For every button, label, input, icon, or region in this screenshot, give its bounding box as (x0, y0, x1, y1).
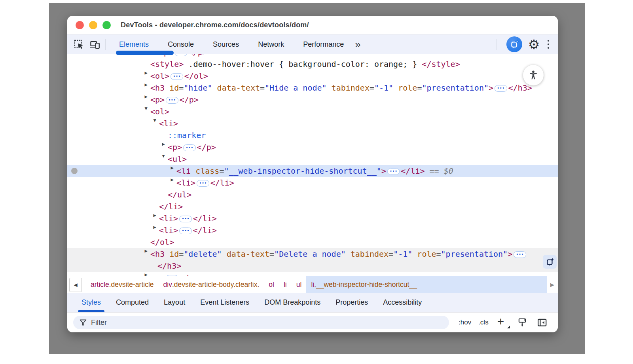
sidebar-tab-accessibility[interactable]: Accessibility (375, 293, 429, 312)
dom-token-attr: tabindex (327, 83, 370, 93)
dom-tree-row[interactable]: </ol> (67, 236, 558, 248)
sidebar-tab-layout[interactable]: Layout (156, 293, 193, 312)
dom-tree-row[interactable]: ▶<li>•••</li> (67, 177, 558, 189)
dom-token-attr: role (412, 249, 436, 259)
close-window-button[interactable] (76, 21, 84, 29)
inspect-element-icon[interactable] (74, 39, 84, 50)
more-panels-icon[interactable]: » (355, 39, 360, 49)
zoom-window-button[interactable] (102, 21, 111, 29)
dom-token-eq: = (370, 83, 374, 93)
ellipsis-expand-button[interactable]: ••• (387, 168, 400, 175)
breadcrumb-item-selected[interactable]: li.__web-inspector-hide-shortcut__ (306, 276, 547, 293)
dom-tree-row[interactable]: ▶<h3 id="delete" data-text="Delete a nod… (67, 248, 558, 272)
dom-tree-row[interactable]: ▼<ol> (67, 106, 558, 118)
dom-tree-row[interactable]: ▶<p>•••</p> (67, 141, 558, 153)
dom-token-tag: <li> (159, 226, 178, 235)
dom-token-tag: </h3> (157, 261, 181, 271)
toggle-device-toolbar-icon[interactable] (89, 39, 100, 50)
dom-tree-row[interactable]: ▶<p>•••</p> (67, 94, 558, 106)
dom-tree-row[interactable]: ▶<h3 id="hide" data-text="Hide a node" t… (67, 82, 558, 94)
dom-tree-row[interactable]: <style> .demo--hover:hover { background-… (67, 58, 558, 70)
dom-token-tag: <ol> (150, 107, 169, 116)
breadcrumb-item[interactable]: li (279, 276, 292, 293)
minimize-window-button[interactable] (89, 21, 97, 29)
dom-token-tag: <p> (150, 95, 165, 104)
breadcrumb-item[interactable]: div.devsite-article-body.clearfix. (159, 276, 264, 293)
dom-tree-row[interactable]: ▶<li>•••</li> (67, 212, 558, 224)
ellipsis-expand-button[interactable]: ••• (174, 54, 187, 56)
dom-token-attr: id (165, 83, 179, 93)
ellipsis-expand-button[interactable]: ••• (179, 228, 191, 234)
ai-assistance-floating-button[interactable] (543, 255, 557, 269)
dom-token-tag: </li> (210, 178, 234, 188)
rendering-emulations-icon[interactable] (517, 317, 527, 328)
dom-token-tag: <ul> (168, 154, 187, 164)
dom-token-val: "presentation" (441, 249, 508, 259)
breadcrumb-tag: li (311, 281, 314, 289)
dom-tree-row[interactable]: </li> (67, 201, 558, 212)
dom-token-tag: </h3> (508, 83, 532, 93)
sidebar-tab-properties[interactable]: Properties (328, 293, 375, 312)
ellipsis-expand-button[interactable]: ••• (495, 85, 507, 92)
breadcrumb-item[interactable]: ul (292, 276, 307, 293)
dom-tree-row[interactable]: ::marker (67, 129, 558, 141)
accessibility-overlay-button[interactable] (523, 65, 544, 85)
sidebar-tab-event-listeners[interactable]: Event Listeners (193, 293, 257, 312)
sidebar-tab-computed[interactable]: Computed (108, 293, 156, 312)
ellipsis-expand-button[interactable]: ••• (197, 180, 209, 187)
title-bar: DevTools - developer.chrome.com/docs/dev… (67, 16, 558, 34)
breadcrumb-item[interactable]: article.devsite-article (86, 276, 159, 293)
panel-tab-performance[interactable]: Performance (294, 34, 353, 54)
ellipsis-expand-button[interactable]: ••• (514, 251, 526, 258)
dom-token-tag: <h3 (150, 249, 165, 259)
dom-token-val: "-1" (393, 249, 412, 259)
breadcrumb-cls: .__web-inspector-hide-shortcut__ (314, 281, 417, 289)
dom-token-tag: </li> (193, 226, 217, 235)
dom-token-attr: class (191, 166, 219, 176)
dom-tree-row[interactable]: ▶<p>•••</p> (67, 272, 558, 276)
dom-tree-row[interactable]: ▼<ul> (67, 153, 558, 165)
ellipsis-expand-button[interactable]: ••• (179, 216, 191, 222)
dom-token-eq: = (260, 83, 265, 93)
ellipsis-expand-button[interactable]: ••• (166, 97, 178, 104)
more-options-icon[interactable] (548, 40, 550, 49)
ellipsis-expand-button[interactable]: ••• (171, 73, 183, 80)
toggle-element-state-button[interactable]: :hov (459, 318, 471, 326)
breadcrumb-tag: ul (296, 281, 302, 289)
dom-token-eq: = (179, 83, 184, 93)
dom-token-tag: <ol> (150, 71, 169, 81)
ai-chip-icon (545, 257, 555, 267)
filter-funnel-icon (79, 318, 87, 326)
dom-tree-row[interactable]: ▶<ol>•••</ol> (67, 70, 558, 82)
breadcrumb-back-button[interactable]: ◀ (69, 278, 82, 292)
dom-token-tag: <p> (168, 142, 182, 152)
dom-token-tag: > (381, 166, 386, 176)
dom-token-tag: <li> (176, 178, 195, 188)
ellipsis-expand-button[interactable]: ••• (183, 144, 195, 151)
styles-filter-bar: Filter :hov .cls + (67, 313, 558, 332)
dom-tree-row[interactable]: ▶<li>•••</li> (67, 224, 558, 236)
breadcrumb-item[interactable]: ol (264, 276, 279, 293)
sidebar-tab-dom-breakpoints[interactable]: DOM Breakpoints (257, 293, 328, 312)
panel-tab-sources[interactable]: Sources (203, 34, 248, 54)
breadcrumb-forward-button[interactable]: ▶ (547, 282, 558, 288)
dom-token-tag: </ul> (168, 190, 191, 199)
ai-assistance-icon[interactable] (506, 36, 522, 52)
dom-tree-row-selected[interactable]: ▶<li class="__web-inspector-hide-shortcu… (67, 165, 558, 177)
settings-gear-icon[interactable]: ⚙ (527, 37, 541, 51)
dom-token-eq: = (389, 249, 393, 259)
breadcrumb-cls: .devsite-article-body.clearfix. (172, 281, 259, 289)
new-style-rule-button[interactable]: + (497, 317, 508, 328)
element-classes-button[interactable]: .cls (478, 318, 489, 326)
styles-filter-input[interactable]: Filter (73, 316, 449, 329)
sidebar-tab-styles[interactable]: Styles (74, 293, 108, 312)
toggle-sidebar-icon[interactable] (537, 317, 547, 328)
breadcrumb: ◀ article.devsite-articlediv.devsite-art… (67, 276, 558, 293)
filter-placeholder: Filter (91, 318, 107, 327)
traffic-lights (67, 21, 111, 29)
dom-tree-row[interactable]: </ul> (67, 189, 558, 201)
dom-token-attr: role (393, 83, 417, 93)
panel-tab-network[interactable]: Network (248, 34, 294, 54)
dom-tree-row[interactable]: ▼<li> (67, 118, 558, 129)
dom-token-tag: <h3 (150, 83, 165, 93)
